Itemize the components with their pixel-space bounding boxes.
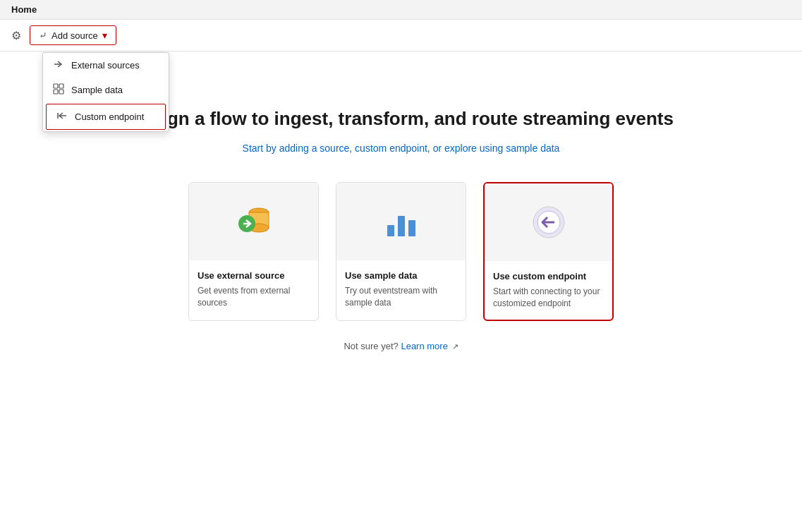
- svg-rect-2: [59, 84, 63, 88]
- gear-button[interactable]: ⚙: [8, 26, 24, 45]
- card-body-external: Use external source Get events from exte…: [189, 260, 318, 319]
- card-icon-area-sample: [336, 183, 466, 260]
- svg-rect-13: [408, 220, 415, 236]
- card-title-custom: Use custom endpoint: [493, 271, 604, 282]
- dropdown-item-external-sources[interactable]: External sources: [43, 53, 169, 78]
- external-sources-icon: [53, 59, 64, 72]
- sample-data-card-icon: [380, 200, 423, 243]
- dropdown-item-custom-endpoint[interactable]: Custom endpoint: [46, 104, 166, 130]
- add-source-arrow-icon: ⤶: [39, 30, 47, 41]
- learn-more-link[interactable]: Learn more: [401, 341, 447, 351]
- cards-row: Use external source Get events from exte…: [188, 182, 614, 321]
- title-bar: Home: [0, 0, 802, 20]
- card-desc-custom: Start with connecting to your customized…: [493, 286, 604, 310]
- svg-rect-11: [387, 225, 394, 236]
- learn-more-external-icon: ↗: [452, 342, 458, 351]
- svg-rect-3: [54, 90, 58, 94]
- main-subtitle: Start by adding a source, custom endpoin…: [243, 143, 560, 154]
- add-source-button[interactable]: ⤶ Add source ▾: [30, 25, 116, 45]
- external-sources-label: External sources: [71, 60, 140, 71]
- card-sample-data[interactable]: Use sample data Try out eventstream with…: [336, 182, 466, 321]
- add-source-label: Add source: [51, 30, 98, 41]
- card-body-custom: Use custom endpoint Start with connectin…: [485, 261, 612, 320]
- chevron-down-icon: ▾: [102, 30, 107, 41]
- card-body-sample: Use sample data Try out eventstream with…: [336, 260, 466, 319]
- svg-rect-12: [398, 216, 405, 236]
- toolbar: ⚙ ⤶ Add source ▾ External sources: [0, 20, 802, 52]
- card-icon-area-external: [189, 183, 318, 260]
- svg-rect-4: [59, 90, 63, 94]
- custom-endpoint-label: Custom endpoint: [75, 111, 144, 122]
- card-title-external: Use external source: [198, 270, 310, 281]
- svg-rect-1: [54, 84, 58, 88]
- card-icon-area-custom: [485, 183, 612, 261]
- card-custom-endpoint[interactable]: Use custom endpoint Start with connectin…: [483, 182, 614, 321]
- card-title-sample: Use sample data: [345, 270, 457, 281]
- dropdown-item-sample-data[interactable]: Sample data: [43, 78, 169, 102]
- custom-endpoint-card-icon: [528, 201, 570, 243]
- custom-endpoint-icon: [56, 110, 68, 123]
- sample-data-label: Sample data: [71, 85, 123, 95]
- dropdown-menu: External sources Sample data: [42, 52, 169, 132]
- external-source-card-icon: [229, 197, 279, 246]
- card-external-source[interactable]: Use external source Get events from exte…: [188, 182, 319, 321]
- sample-data-icon: [53, 83, 64, 97]
- not-sure-text: Not sure yet?: [344, 341, 398, 351]
- card-desc-sample: Try out eventstream with sample data: [345, 285, 457, 309]
- gear-icon: ⚙: [11, 29, 21, 42]
- title-bar-label: Home: [11, 4, 37, 15]
- main-title: Design a flow to ingest, transform, and …: [128, 108, 674, 130]
- not-sure-row: Not sure yet? Learn more ↗: [344, 341, 458, 351]
- card-desc-external: Get events from external sources: [198, 285, 310, 309]
